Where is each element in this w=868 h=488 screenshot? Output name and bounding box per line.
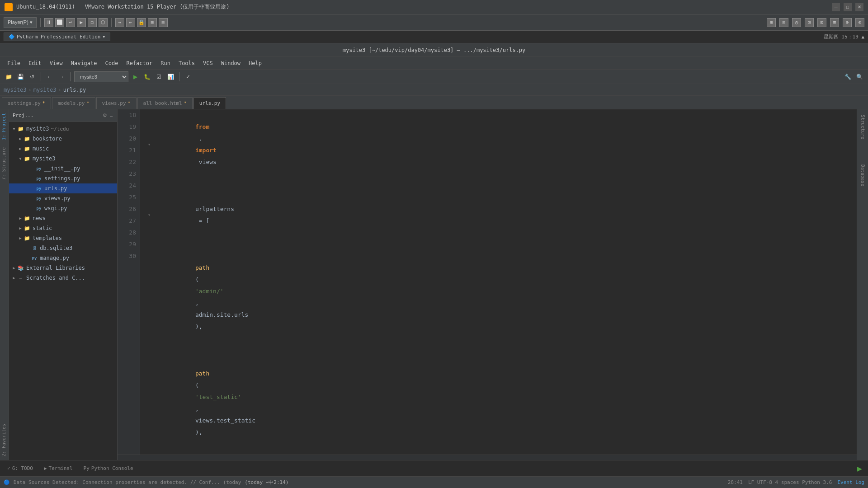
breadcrumb-root[interactable]: mysite3 [4, 87, 27, 93]
status-event-log[interactable]: Event Log [837, 479, 864, 485]
pycharm-taskbar-app[interactable]: 🔷 PyCharm Professional Edition ▾ [4, 33, 110, 41]
menu-view[interactable]: View [46, 59, 66, 67]
menu-run[interactable]: Run [157, 59, 174, 67]
tree-bookstore[interactable]: ▶ 📁 bookstore [9, 134, 117, 144]
menu-help[interactable]: Help [245, 59, 265, 67]
ide-open-btn[interactable]: 📁 [4, 72, 14, 82]
vmware-right-btn1[interactable]: ⊞ [767, 18, 776, 27]
breadcrumb-mysite3[interactable]: mysite3 [33, 87, 57, 93]
panel-label-project[interactable]: 1: Project [0, 109, 9, 144]
vmware-btn9[interactable]: ⊞ [148, 18, 157, 27]
tab-urls-label: urls.py [199, 100, 220, 106]
tree-scratches[interactable]: ▶ ✏ Scratches and C... [9, 273, 117, 283]
panel-collapse-btn[interactable]: – [109, 113, 113, 118]
tab-views[interactable]: views.py * [96, 97, 137, 109]
tree-settings[interactable]: py settings.py [9, 174, 117, 183]
plain-21c: ), [195, 323, 203, 330]
ln-26: 26 [119, 203, 136, 215]
tree-urls[interactable]: py urls.py [9, 183, 117, 193]
right-panel-structure[interactable]: Structure [859, 111, 867, 143]
vmware-btn10[interactable]: ⊟ [159, 18, 168, 27]
ide-forward-btn[interactable]: → [57, 72, 66, 82]
player-menu[interactable]: Player(P) ▾ [4, 17, 37, 28]
tab-allbook[interactable]: all_book.html * [137, 97, 193, 109]
kw-import: import [195, 147, 217, 154]
vmware-btn1[interactable]: ⬜ [55, 18, 64, 27]
tree-init[interactable]: py __init__.py [9, 164, 117, 174]
str-admin: 'admin/' [195, 288, 224, 295]
tree-views[interactable]: py views.py [9, 193, 117, 203]
menu-code[interactable]: Code [102, 59, 122, 67]
ide-profile-btn[interactable]: 📊 [165, 72, 175, 82]
vmware-btn6[interactable]: ⇥ [115, 18, 124, 27]
breadcrumb-file[interactable]: urls.py [63, 87, 86, 93]
pause-icon[interactable]: ⏸ [44, 18, 53, 27]
panel-gear-btn[interactable]: ⚙ [102, 113, 108, 118]
close-button[interactable]: ✕ [855, 3, 863, 11]
panel-label-structure[interactable]: 7: Structure [0, 144, 9, 183]
tab-urls[interactable]: urls.py [193, 97, 226, 109]
panel-label-favorites[interactable]: 2: Favorites [0, 420, 9, 460]
ide-sync-btn[interactable]: ↺ [27, 72, 37, 82]
vmware-right-btn6[interactable]: ≡ [830, 18, 839, 27]
ide-save-btn[interactable]: 💾 [15, 72, 25, 82]
vmware-btn5[interactable]: ⬡ [99, 18, 108, 27]
vmware-right-btn4[interactable]: ⊡ [805, 18, 814, 27]
ide-wrench-btn[interactable]: 🔧 [843, 72, 853, 82]
project-selector[interactable]: mysite3 [74, 71, 128, 82]
ide-back-btn[interactable]: ← [45, 72, 55, 82]
plain-22c: ), [195, 429, 203, 436]
menu-vcs[interactable]: VCS [199, 59, 217, 67]
horizontal-scrollbar[interactable] [118, 455, 857, 460]
ln-25: 25 [119, 192, 136, 203]
templates-arrow: ▶ [17, 235, 24, 241]
code-area[interactable]: ▾ from . import views ▾ [140, 109, 857, 455]
vmware-btn7[interactable]: ⇤ [126, 18, 135, 27]
vmware-right-btn8[interactable]: ⊗ [855, 18, 864, 27]
maximize-button[interactable]: □ [844, 3, 852, 11]
menu-tools[interactable]: Tools [175, 59, 198, 67]
vmware-btn4[interactable]: ◻ [88, 18, 97, 27]
vmware-right-btn2[interactable]: ⊟ [779, 18, 788, 27]
vmware-btn2[interactable]: ↩ [66, 18, 75, 27]
root-path: ~/tedu [51, 126, 69, 132]
tree-templates[interactable]: ▶ 📁 templates [9, 233, 117, 243]
tab-python-console[interactable]: Py Python Console [80, 465, 137, 472]
tree-mysite3-sub[interactable]: ▼ 📁 mysite3 [9, 154, 117, 164]
tree-music[interactable]: ▶ 📁 music [9, 144, 117, 154]
tab-settings[interactable]: settings.py * [2, 97, 51, 109]
taskbar: 🔷 PyCharm Professional Edition ▾ 星期四 15：… [0, 31, 868, 43]
tree-ext-libs[interactable]: ▶ 📚 External Libraries [9, 263, 117, 273]
menu-refactor[interactable]: Refactor [123, 59, 156, 67]
right-panel-database[interactable]: Database [859, 161, 867, 190]
ide-debug-btn[interactable]: 🐛 [142, 72, 152, 82]
vmware-right-btn3[interactable]: ◷ [792, 18, 801, 27]
plain-21a: ( [195, 276, 199, 283]
ide-coverage-btn[interactable]: ☑ [154, 72, 164, 82]
run-bottom-btn[interactable]: ▶ [854, 464, 864, 474]
var-views-test: views.test_static [195, 417, 255, 424]
menu-edit[interactable]: Edit [25, 59, 45, 67]
var-admin: admin.site.urls [195, 311, 248, 318]
ide-search-btn[interactable]: 🔍 [854, 72, 864, 82]
tab-todo[interactable]: ✓ 6: TODO [4, 465, 37, 472]
tree-wsgi[interactable]: py wsgi.py [9, 203, 117, 213]
menu-file[interactable]: File [4, 59, 24, 67]
vmware-right-btn5[interactable]: ⊠ [817, 18, 826, 27]
mysite3-sub-icon: 📁 [24, 155, 31, 162]
ide-run-btn[interactable]: ▶ [130, 72, 140, 82]
tab-terminal[interactable]: ▶ Terminal [40, 465, 76, 472]
tree-db[interactable]: 🗄 db.sqlite3 [9, 243, 117, 253]
vmware-right-btn7[interactable]: ⊕ [843, 18, 852, 27]
vmware-btn8[interactable]: 🔒 [137, 18, 146, 27]
menu-navigate[interactable]: Navigate [67, 59, 101, 67]
vmware-btn3[interactable]: ▶ [77, 18, 86, 27]
tree-manage[interactable]: py manage.py [9, 253, 117, 263]
minimize-button[interactable]: ─ [832, 3, 840, 11]
tree-static[interactable]: ▶ 📁 static [9, 223, 117, 233]
tab-models[interactable]: models.py * [52, 97, 95, 109]
ide-commit-btn[interactable]: ✓ [183, 72, 193, 82]
tree-root[interactable]: ▼ 📁 mysite3 ~/tedu [9, 124, 117, 134]
tree-news[interactable]: ▶ 📁 news [9, 213, 117, 223]
menu-window[interactable]: Window [217, 59, 244, 67]
